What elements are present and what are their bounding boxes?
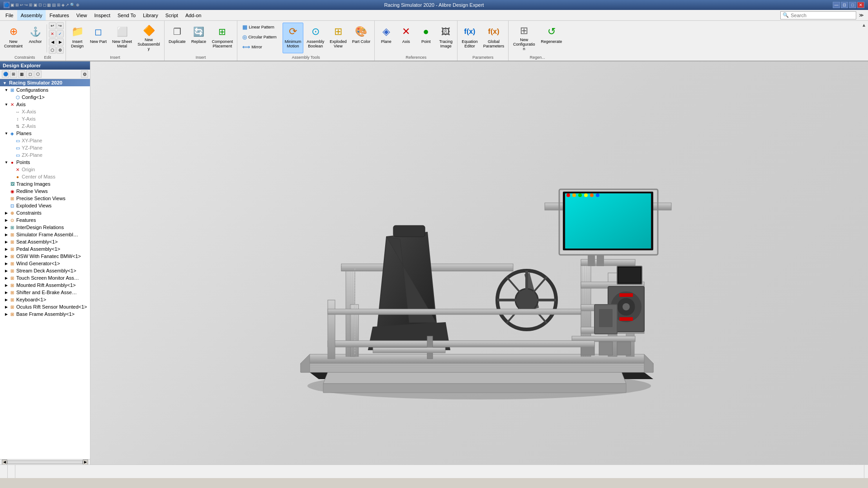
tree-item-planes[interactable]: ▼ ◈ Planes [0,130,90,137]
restore-btn[interactable]: ⊡ [841,2,848,8]
replace-button[interactable]: 🔄 Replace [189,23,209,53]
equation-editor-button[interactable]: f(x) EquationEditor [459,23,480,53]
cut-btn[interactable]: ✕ [49,30,56,38]
part-color-button[interactable]: 🎨 Part Color [350,23,373,53]
next-btn[interactable]: ▶ [57,38,64,46]
tree-item-pedal[interactable]: ▶ ⊞ Pedal Assembly<1> [0,245,90,253]
tree-item-tracing-images[interactable]: 🖼 Tracing Images [0,180,90,188]
tracing-image-label: TracingImage [439,40,453,49]
menu-view[interactable]: View [73,10,91,20]
tree-item-exploded-views[interactable]: ⊡ Exploded Views [0,202,90,209]
new-constraint-button[interactable]: ⊕ NewConstraint [2,23,25,53]
tree-item-oculus[interactable]: ▶ ⊞ Oculus Rift Sensor Mounted<1> [0,303,90,310]
search-input[interactable] [791,13,854,18]
undo-btn[interactable]: ↩ [49,22,56,29]
minimize-btn[interactable]: — [833,2,840,8]
sidebar-icon-2[interactable]: ⊞ [10,70,17,78]
tree-item-mounted-rift[interactable]: ▶ ⊞ Mounted Rift Assembly<1> [0,282,90,289]
tree-item-keyboard[interactable]: ▶ ⊞ Keyboard<1> [0,296,90,303]
mirror-button[interactable]: ⟺ Mirror [239,42,280,52]
menu-sendto[interactable]: Send To [114,10,139,20]
tree-item-shifter[interactable]: ▶ ⊞ Shifter and E-Brake Assembly<1 [0,289,90,296]
minimum-motion-button[interactable]: ⟳ MinimumMotion [283,23,304,53]
tree-item-wind[interactable]: ▶ ⊞ Wind Generator<1> [0,260,90,267]
close-btn[interactable]: ✕ [857,2,864,8]
tree-item-yz-plane[interactable]: ▭ YZ-Plane [0,144,90,151]
tree-item-configurations[interactable]: ▼ ⊞ Configurations [0,86,90,94]
sidebar-settings-btn[interactable]: ⚙ [81,70,88,78]
tree-item-axis[interactable]: ▼ ✕ Axis [0,101,90,108]
tree-item-points[interactable]: ▼ ● Points [0,159,90,166]
hex-btn[interactable]: ⬡ [49,47,56,54]
tracing-image-button[interactable]: 🖼 TracingImage [436,23,455,53]
scroll-left-btn[interactable]: ◀ [2,460,7,465]
sidebar-icon-1[interactable]: 🔵 [2,70,9,78]
assembly-boolean-button[interactable]: ⊙ AssemblyBoolean [304,23,326,53]
axis-button[interactable]: ✕ Axis [396,23,415,53]
tree-item-origin[interactable]: ✕ Origin [0,166,90,173]
tree-item-base-frame[interactable]: ▶ ⊞ Base Frame Assembly<1> [0,310,90,318]
tree-item-x-axis[interactable]: ↔ X-Axis [0,108,90,115]
oculus-label: Oculus Rift Sensor Mounted<1> [16,304,87,310]
sidebar-icon-5[interactable]: ⬡ [34,70,42,78]
menu-expand-icon[interactable]: ≫ [856,13,866,18]
copy-btn[interactable]: ✓ [57,30,64,38]
menu-file[interactable]: File [2,10,17,20]
tree-item-z-axis[interactable]: ⇅ Z-Axis [0,122,90,130]
prev-btn[interactable]: ◀ [49,38,56,46]
menu-script[interactable]: Script [162,10,182,20]
new-configuration-button[interactable]: ⊞ NewConfiguration [510,23,538,53]
tree-item-com[interactable]: ● Center of Mass [0,173,90,180]
sidebar-icon-3[interactable]: ▦ [18,70,25,78]
new-sheet-metal-button[interactable]: ⬜ New SheetMetal [110,23,134,53]
redo-btn[interactable]: ↪ [57,22,64,29]
tree-item-seat[interactable]: ▶ ⊞ Seat Assembly<1> [0,238,90,245]
tree-item-xy-plane[interactable]: ▭ XY-Plane [0,137,90,144]
gear-btn[interactable]: ⚙ [57,47,64,54]
global-parameters-button[interactable]: f(x) GlobalParameters [481,23,507,53]
tree-item-precise-section[interactable]: ⊞ Precise Section Views [0,195,90,202]
tree-item-interdesign[interactable]: ▶ ⊞ InterDesign Relations [0,224,90,231]
new-part-button[interactable]: ◻ New Part [88,23,109,53]
menu-inspect[interactable]: Inspect [91,10,114,20]
tree-item-touchscreen[interactable]: ▶ ⊞ Touch Screen Monitor Assembly [0,274,90,282]
tree-item-redline-views[interactable]: ◉ Redline Views [0,188,90,195]
linear-pattern-button[interactable]: ▦ Linear Pattern [239,23,280,32]
ribbon-buttons-references: ◈ Plane ✕ Axis ● Point 🖼 TracingImage [377,23,455,54]
tree-item-simulator-frame[interactable]: ▶ ⊞ Simulator Frame Assembly<1>( [0,231,90,238]
point-button[interactable]: ● Point [416,23,435,53]
circular-pattern-button[interactable]: ◎ Circular Pattern [239,33,280,42]
tree-item-osw[interactable]: ▶ ⊞ OSW With Fanatec BMW<1> [0,253,90,260]
scroll-right-btn[interactable]: ▶ [83,460,88,465]
menu-library[interactable]: Library [139,10,162,20]
insert-group-label: Insert [68,54,162,61]
insert-design-button[interactable]: 📁 InsertDesign [68,23,87,53]
menu-assembly[interactable]: Assembly [17,10,46,20]
scrollbar-track[interactable] [7,460,83,464]
menu-addon[interactable]: Add-on [182,10,205,20]
sidebar-icon-4[interactable]: ◻ [26,70,33,78]
new-subassembly-button[interactable]: 🔶 NewSubassembly [135,23,162,53]
tree-item-y-axis[interactable]: ↕ Y-Axis [0,115,90,122]
tree-item-config1[interactable]: ⬡ Config<1> [0,94,90,101]
base-icon: ⊞ [9,311,15,317]
anchor-button[interactable]: ⚓ Anchor [26,23,45,53]
tree-item-zx-plane[interactable]: ▭ ZX-Plane [0,151,90,159]
base-arrow: ▶ [4,312,9,316]
menu-features[interactable]: Features [46,10,72,20]
menu-bar: File Assembly Features View Inspect Send… [0,10,868,21]
component-placement-button[interactable]: ⊞ ComponentPlacement [210,23,236,53]
tree-root[interactable]: ▼ Racing Simulator 2020 [0,79,90,86]
tree-item-constraints[interactable]: ▶ ⊕ Constraints [0,209,90,216]
ribbon-collapse-btn[interactable]: ▲ [862,23,866,28]
seat-arrow: ▶ [4,240,9,244]
osw-icon: ⊞ [9,253,15,259]
maximize-btn[interactable]: □ [849,2,856,8]
exploded-view-button[interactable]: ⊞ ExplodedView [327,23,349,53]
duplicate-button[interactable]: ❐ Duplicate [166,23,188,53]
simframe-arrow: ▶ [4,233,9,237]
plane-button[interactable]: ◈ Plane [377,23,396,53]
tree-item-stream-deck[interactable]: ▶ ⊞ Stream Deck Assembly<1> [0,267,90,274]
regenerate-button[interactable]: ↺ Regenerate [538,23,564,53]
tree-item-features[interactable]: ▶ ⊙ Features [0,216,90,224]
